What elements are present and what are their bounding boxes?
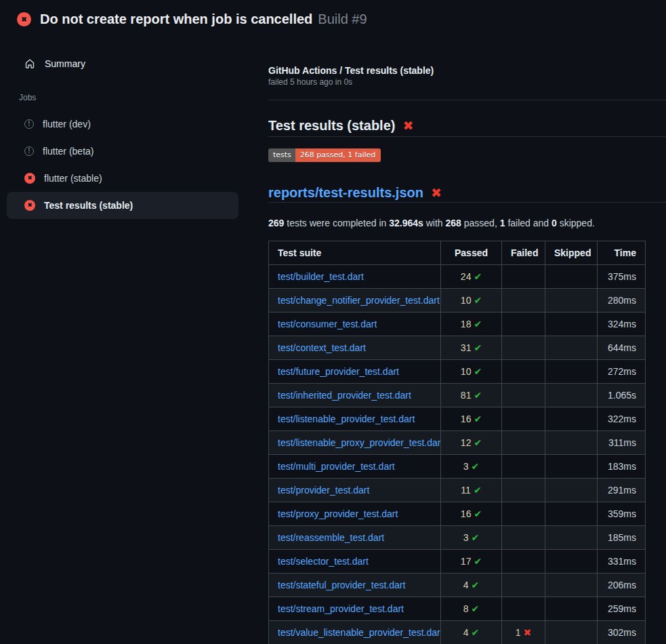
summary-text: failed and xyxy=(505,218,552,228)
cell-passed: 11✔ xyxy=(441,479,502,502)
count-value: 81 xyxy=(461,390,472,401)
count-value: 3 xyxy=(463,532,469,543)
test-suite-link[interactable]: test/listenable_proxy_provider_test.dart xyxy=(278,437,441,448)
cell-skipped xyxy=(545,573,598,597)
table-row: test/stateful_provider_test.dart4✔206ms xyxy=(269,573,646,597)
cell-time: 272ms xyxy=(598,360,646,384)
cell-skipped xyxy=(545,336,598,360)
tests-badge: tests 268 passed, 1 failed xyxy=(268,148,381,162)
check-icon: ✔ xyxy=(474,414,482,424)
section-heading-text: Test results (stable) xyxy=(268,117,395,134)
test-suite-link[interactable]: test/reassemble_test.dart xyxy=(278,532,384,543)
cell-time: 291ms xyxy=(598,479,646,502)
table-row: test/listenable_provider_test.dart16✔322… xyxy=(269,407,646,431)
table-row: test/context_test.dart31✔644ms xyxy=(269,336,646,360)
cell-failed xyxy=(502,384,545,407)
sidebar-item-summary[interactable]: Summary xyxy=(7,53,238,75)
badge-label: tests xyxy=(268,148,295,162)
check-icon: ✔ xyxy=(474,390,482,401)
test-suite-link[interactable]: test/change_notifier_provider_test.dart xyxy=(278,295,440,306)
cell-skipped xyxy=(545,313,598,336)
cell-skipped xyxy=(545,597,598,621)
sidebar-jobs-heading: Jobs xyxy=(19,93,238,102)
failed-count: 1 xyxy=(500,218,505,228)
table-row: test/multi_provider_test.dart3✔183ms xyxy=(269,455,646,479)
test-suite-link[interactable]: test/consumer_test.dart xyxy=(278,319,377,329)
count-value: 11 xyxy=(461,485,471,496)
breadcrumb: GitHub Actions / Test results (stable) xyxy=(268,64,666,77)
cell-passed: 18✔ xyxy=(441,313,502,336)
test-suite-link[interactable]: test/context_test.dart xyxy=(278,342,366,353)
cell-test-suite: test/context_test.dart xyxy=(269,336,441,360)
check-icon: ✔ xyxy=(472,532,480,543)
failed-x-icon: ✖ xyxy=(431,186,442,199)
cell-passed: 81✔ xyxy=(441,384,502,407)
table-row: test/proxy_provider_test.dart16✔359ms xyxy=(269,502,646,526)
check-icon: ✔ xyxy=(472,603,480,614)
sidebar-item-test-results-stable[interactable]: ✖Test results (stable) xyxy=(7,192,238,219)
count-value: 16 xyxy=(461,508,472,519)
failed-status-icon: ✖ xyxy=(24,200,35,211)
failed-x-icon: ✖ xyxy=(402,119,413,132)
test-suite-link[interactable]: test/builder_test.dart xyxy=(278,271,364,282)
test-results-table: Test suite Passed Failed Skipped Time te… xyxy=(268,241,646,644)
cell-test-suite: test/stateful_provider_test.dart xyxy=(269,573,441,597)
count-value: 18 xyxy=(461,319,472,329)
test-suite-link[interactable]: test/multi_provider_test.dart xyxy=(278,461,395,472)
column-header-time: Time xyxy=(598,241,646,265)
warning-status-icon: ! xyxy=(24,119,34,129)
column-header-test-suite: Test suite xyxy=(269,241,441,265)
cross-icon: ✖ xyxy=(524,627,532,638)
report-heading: reports/test-results.json ✖ xyxy=(268,184,666,203)
cell-time: 324ms xyxy=(598,313,646,336)
table-row: test/value_listenable_provider_test.dart… xyxy=(269,621,646,644)
table-row: test/listenable_proxy_provider_test.dart… xyxy=(269,431,646,455)
cell-passed: 8✔ xyxy=(441,597,502,621)
cell-passed: 3✔ xyxy=(441,526,502,550)
report-file-link[interactable]: reports/test-results.json xyxy=(268,184,423,201)
count-value: 4 xyxy=(463,627,469,638)
cell-skipped xyxy=(545,407,598,431)
count-value: 31 xyxy=(461,342,472,353)
check-icon: ✔ xyxy=(472,580,480,590)
cell-test-suite: test/change_notifier_provider_test.dart xyxy=(269,289,441,313)
cell-passed: 31✔ xyxy=(441,336,502,360)
test-suite-link[interactable]: test/inherited_provider_test.dart xyxy=(278,390,411,401)
cell-test-suite: test/provider_test.dart xyxy=(269,479,441,502)
column-header-failed: Failed xyxy=(502,241,545,265)
check-icon: ✔ xyxy=(474,485,482,496)
test-suite-link[interactable]: test/proxy_provider_test.dart xyxy=(278,508,398,519)
test-suite-link[interactable]: test/selector_test.dart xyxy=(278,556,369,567)
cell-failed xyxy=(502,431,545,455)
count-value: 4 xyxy=(463,580,469,590)
check-icon: ✔ xyxy=(474,295,482,306)
cell-failed xyxy=(502,336,545,360)
sidebar-item-flutter-dev[interactable]: !flutter (dev) xyxy=(7,110,238,138)
total-count: 269 xyxy=(268,218,284,228)
table-row: test/provider_test.dart11✔291ms xyxy=(269,479,646,502)
main-content: GitHub Actions / Test results (stable) f… xyxy=(249,39,666,644)
cell-skipped xyxy=(545,431,598,455)
sidebar-summary-label: Summary xyxy=(45,58,85,69)
skipped-count: 0 xyxy=(551,218,557,228)
test-suite-link[interactable]: test/provider_test.dart xyxy=(278,485,369,496)
run-header: ✖ Do not create report when job is cance… xyxy=(0,0,666,39)
cell-passed: 16✔ xyxy=(441,502,502,526)
test-suite-link[interactable]: test/listenable_provider_test.dart xyxy=(278,414,415,424)
sidebar-item-flutter-stable[interactable]: ✖flutter (stable) xyxy=(7,165,238,192)
summary-text: skipped. xyxy=(557,218,595,228)
header-divider xyxy=(268,100,666,100)
test-suite-link[interactable]: test/stream_provider_test.dart xyxy=(278,603,404,614)
test-suite-link[interactable]: test/stateful_provider_test.dart xyxy=(278,580,405,590)
check-icon: ✔ xyxy=(474,437,482,448)
test-suite-link[interactable]: test/future_provider_test.dart xyxy=(278,366,399,377)
cell-failed xyxy=(502,313,545,336)
cell-failed xyxy=(502,573,545,597)
cell-time: 644ms xyxy=(598,336,646,360)
sidebar-item-flutter-beta[interactable]: !flutter (beta) xyxy=(7,138,238,165)
run-failed-icon: ✖ xyxy=(17,12,31,26)
test-suite-link[interactable]: test/value_listenable_provider_test.dart xyxy=(278,627,441,638)
home-icon xyxy=(24,58,35,69)
run-status-line: failed 5 hours ago in 0s xyxy=(268,77,666,87)
count-value: 12 xyxy=(461,437,472,448)
